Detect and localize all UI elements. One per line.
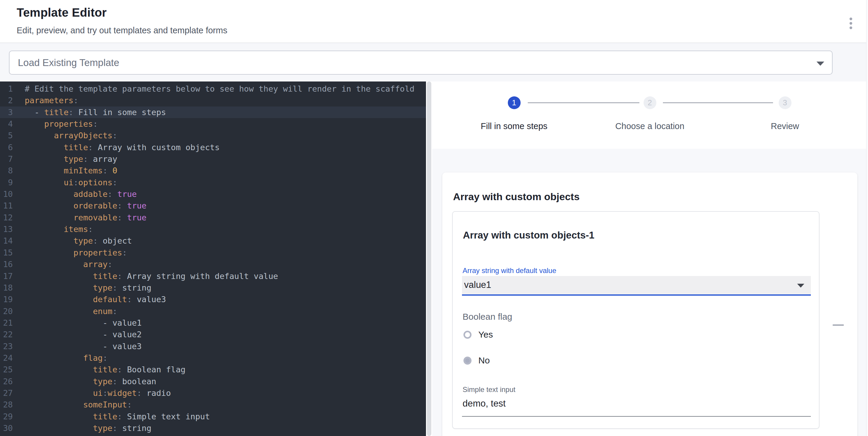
line-content: array:: [25, 259, 113, 270]
load-existing-template-placeholder: Load Existing Template: [18, 57, 119, 68]
line-content: - value3: [25, 340, 142, 352]
array-section-title: Array with custom objects: [453, 191, 580, 203]
code-line-30[interactable]: 30 type: string: [0, 422, 426, 434]
wizard-stepper: 1Fill in some steps2Choose a location3Re…: [432, 81, 868, 149]
line-number: 21: [0, 317, 13, 329]
code-line-6[interactable]: 6 title: Array with custom objects: [0, 141, 426, 153]
editor-scrollbar-thumb[interactable]: [427, 81, 431, 436]
line-number: 29: [0, 411, 13, 422]
load-existing-template-select[interactable]: Load Existing Template: [9, 51, 833, 75]
radio-unselected-icon[interactable]: [463, 331, 471, 339]
code-line-27[interactable]: 27 ui:widget: radio: [0, 387, 426, 399]
code-line-29[interactable]: 29 title: Simple text input: [0, 411, 426, 422]
line-content: orderable: true: [25, 200, 147, 211]
line-number: 17: [0, 270, 13, 282]
code-line-25[interactable]: 25 title: Boolean flag: [0, 364, 426, 375]
line-number: 28: [0, 399, 13, 410]
code-line-7[interactable]: 7 type: array: [0, 153, 426, 165]
code-line-14[interactable]: 14 type: object: [0, 235, 426, 246]
line-content: ui:options:: [25, 177, 117, 188]
caret-down-icon: [816, 62, 824, 66]
line-number: 4: [0, 118, 13, 130]
line-number: 6: [0, 141, 13, 153]
code-line-19[interactable]: 19 default: value3: [0, 294, 426, 305]
radio-selected-icon[interactable]: [463, 357, 471, 365]
line-number: 14: [0, 235, 13, 246]
radio-option-no[interactable]: No: [463, 354, 490, 367]
code-line-24[interactable]: 24 flag:: [0, 352, 426, 364]
line-content: minItems: 0: [25, 165, 117, 176]
line-content: title: Boolean flag: [25, 364, 185, 375]
code-line-9[interactable]: 9 ui:options:: [0, 177, 426, 188]
code-line-26[interactable]: 26 type: boolean: [0, 376, 426, 387]
code-line-17[interactable]: 17 title: Array string with default valu…: [0, 270, 426, 282]
line-content: - value2: [25, 329, 142, 340]
radio-option-yes[interactable]: Yes: [463, 328, 493, 341]
radio-group-label: Boolean flag: [463, 312, 512, 322]
form-background: Array with custom objects Array with cus…: [432, 149, 868, 436]
simple-text-input[interactable]: demo, test: [463, 398, 506, 409]
line-content: properties:: [25, 118, 98, 130]
step-connector-1: [528, 102, 640, 103]
line-content: ui:widget: radio: [25, 387, 171, 399]
line-content: removable: true: [25, 212, 147, 223]
line-content: arrayObjects:: [25, 130, 117, 141]
step-circle-2[interactable]: 2: [644, 96, 656, 109]
line-number: 16: [0, 259, 13, 270]
line-content: someInput:: [25, 399, 132, 410]
code-line-11[interactable]: 11 orderable: true: [0, 200, 426, 211]
editor-scrollbar: [426, 81, 432, 436]
code-line-1[interactable]: 1# Edit the template parameters below to…: [0, 83, 426, 95]
template-picker-row: Load Existing Template: [0, 43, 868, 81]
step-circle-3[interactable]: 3: [779, 96, 792, 109]
code-line-13[interactable]: 13 items:: [0, 223, 426, 235]
code-line-10[interactable]: 10 addable: true: [0, 188, 426, 200]
code-line-12[interactable]: 12 removable: true: [0, 212, 426, 223]
line-content: enum:: [25, 305, 117, 317]
radio-option-label: Yes: [478, 330, 493, 340]
yaml-code-editor[interactable]: 1# Edit the template parameters below to…: [0, 81, 426, 436]
line-content: # Edit the template parameters below to …: [25, 83, 414, 95]
line-content: - title: Fill in some steps: [25, 106, 166, 118]
line-number: 27: [0, 387, 13, 399]
line-number: 5: [0, 130, 13, 141]
caret-down-icon: [797, 284, 804, 288]
code-line-5[interactable]: 5 arrayObjects:: [0, 130, 426, 141]
line-content: default: value3: [25, 294, 166, 305]
line-content: properties:: [25, 247, 127, 259]
line-number: 19: [0, 294, 13, 305]
line-content: type: string: [25, 422, 152, 434]
line-number: 3: [0, 106, 13, 118]
code-line-23[interactable]: 23 - value3: [0, 340, 426, 352]
code-line-21[interactable]: 21 - value1: [0, 317, 426, 329]
line-number: 9: [0, 177, 13, 188]
code-line-22[interactable]: 22 - value2: [0, 329, 426, 340]
line-content: items:: [25, 223, 93, 235]
main-split: 1# Edit the template parameters below to…: [0, 81, 868, 436]
code-line-20[interactable]: 20 enum:: [0, 305, 426, 317]
array-string-select[interactable]: value1: [462, 276, 811, 296]
line-number: 24: [0, 352, 13, 364]
line-content: type: string: [25, 282, 152, 294]
remove-array-item-button[interactable]: [831, 321, 846, 330]
code-line-18[interactable]: 18 type: string: [0, 282, 426, 294]
code-line-28[interactable]: 28 someInput:: [0, 399, 426, 410]
line-content: addable: true: [25, 188, 136, 200]
code-line-2[interactable]: 2parameters:: [0, 95, 426, 106]
more-options-kebab-icon[interactable]: [845, 15, 857, 32]
code-line-4[interactable]: 4 properties:: [0, 118, 426, 130]
line-number: 13: [0, 223, 13, 235]
code-line-15[interactable]: 15 properties:: [0, 247, 426, 259]
line-content: parameters:: [25, 95, 78, 106]
step-circle-1[interactable]: 1: [508, 96, 521, 109]
page-scrollbar[interactable]: [866, 0, 868, 436]
code-line-8[interactable]: 8 minItems: 0: [0, 165, 426, 176]
text-field-label: Simple text input: [463, 385, 515, 394]
code-line-16[interactable]: 16 array:: [0, 259, 426, 270]
line-content: type: object: [25, 235, 132, 246]
line-number: 20: [0, 305, 13, 317]
text-input-underline: [462, 416, 811, 417]
code-line-3[interactable]: 3 - title: Fill in some steps: [0, 106, 426, 118]
line-number: 23: [0, 340, 13, 352]
array-item-title: Array with custom objects-1: [463, 230, 594, 241]
